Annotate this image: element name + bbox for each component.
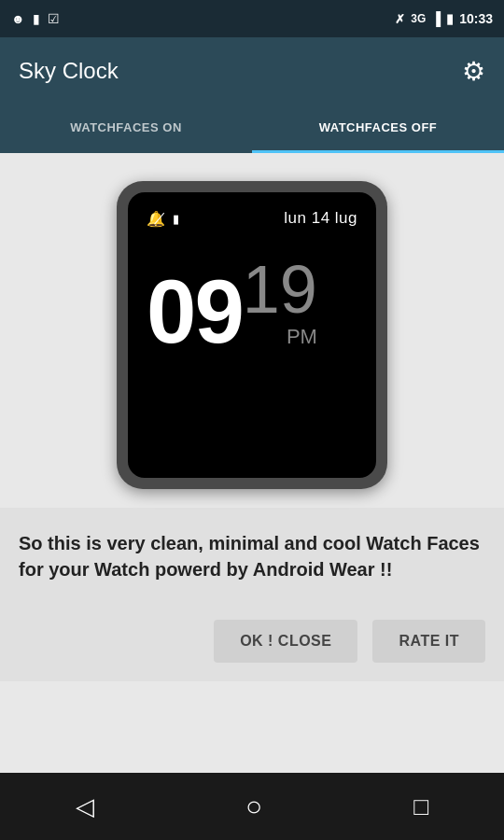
description-area: So this is very clean, minimal and cool … bbox=[0, 508, 504, 601]
close-button[interactable]: OK ! CLOSE bbox=[214, 620, 357, 663]
checkbox-icon: ☑ bbox=[48, 11, 60, 26]
status-bar: ☻ ▮ ☑ ✗ 3G ▐ ▮ 10:33 bbox=[0, 0, 504, 37]
watch-date: lun 14 lug bbox=[284, 209, 357, 228]
layers-icon: ▮ bbox=[33, 11, 40, 26]
watch-top-bar: 🔔̸ ▮ lun 14 lug bbox=[147, 209, 357, 228]
home-button[interactable]: ○ bbox=[245, 791, 262, 822]
back-button[interactable]: ◁ bbox=[76, 792, 94, 821]
signal-icon: 3G bbox=[411, 12, 426, 25]
tab-watchfaces-on[interactable]: WATCHFACES ON bbox=[0, 105, 252, 153]
watch-container: 🔔̸ ▮ lun 14 lug 09 19 PM bbox=[117, 181, 387, 489]
watch-hour: 09 bbox=[147, 267, 243, 357]
bluetooth-icon: ✗ bbox=[395, 12, 405, 26]
app-bar: Sky Clock ⚙ bbox=[0, 37, 504, 105]
button-row: OK ! CLOSE RATE IT bbox=[0, 601, 504, 681]
nav-bar: ◁ ○ □ bbox=[0, 773, 504, 840]
watch-screen: 🔔̸ ▮ lun 14 lug 09 19 PM bbox=[128, 192, 376, 478]
watch-bell-off-icon: 🔔̸ bbox=[147, 210, 165, 228]
watch-status-icons: 🔔̸ ▮ bbox=[147, 210, 179, 228]
description-text: So this is very clean, minimal and cool … bbox=[19, 530, 485, 582]
watch-time-display: 09 19 PM bbox=[147, 256, 357, 357]
status-bar-left: ☻ ▮ ☑ bbox=[11, 11, 60, 26]
battery-icon: ▮ bbox=[446, 11, 454, 26]
tab-watchfaces-off[interactable]: WATCHFACES OFF bbox=[252, 105, 504, 153]
recent-button[interactable]: □ bbox=[413, 792, 428, 821]
main-content: 🔔̸ ▮ lun 14 lug 09 19 PM bbox=[0, 153, 504, 508]
settings-icon[interactable]: ⚙ bbox=[462, 56, 485, 87]
status-time: 10:33 bbox=[459, 11, 493, 26]
app-title: Sky Clock bbox=[19, 58, 119, 84]
signal-bars-icon: ▐ bbox=[431, 11, 441, 26]
rate-button[interactable]: RATE IT bbox=[372, 620, 485, 663]
watch-battery-icon: ▮ bbox=[173, 212, 179, 226]
messenger-icon: ☻ bbox=[11, 11, 25, 26]
watch-minute: 19 bbox=[243, 256, 317, 323]
watch-ampm: PM bbox=[243, 325, 317, 349]
watch-min-ampm: 19 PM bbox=[243, 256, 317, 349]
tab-bar: WATCHFACES ON WATCHFACES OFF bbox=[0, 105, 504, 153]
status-bar-right: ✗ 3G ▐ ▮ 10:33 bbox=[395, 11, 493, 26]
